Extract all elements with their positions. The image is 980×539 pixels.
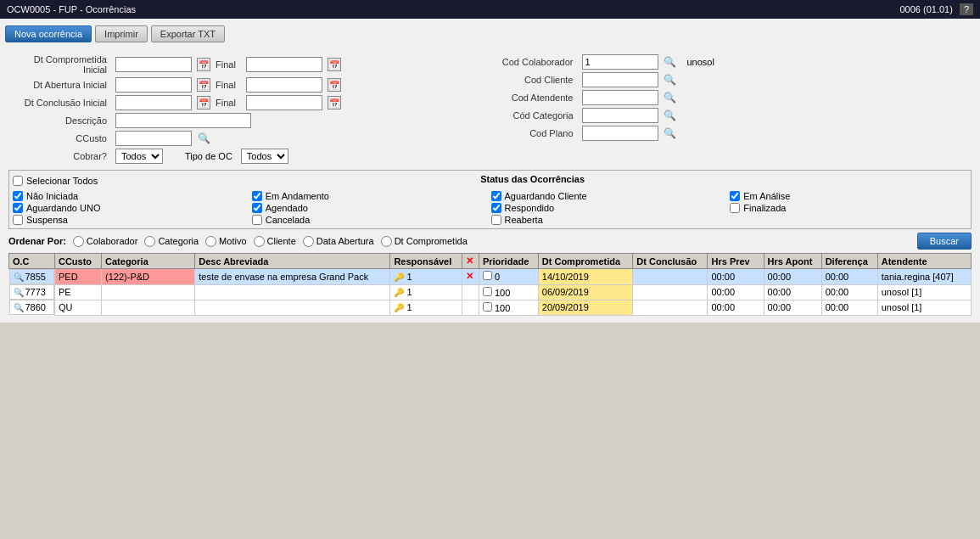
cell-responsavel: 🔑 1 [390, 300, 462, 315]
ccusto-input[interactable] [115, 131, 192, 146]
dt-conclusao-inicial-input[interactable] [115, 95, 192, 110]
status-suspensa: Suspensa [13, 215, 250, 225]
ordenar-por-label: Ordenar Por: [8, 236, 66, 246]
cod-atendente-input[interactable] [582, 90, 658, 105]
order-row: Ordenar Por: Colaborador Categoria Motiv… [8, 233, 972, 250]
table-header-row: O.C CCusto Categoria Desc Abreviada Resp… [9, 254, 972, 269]
dt-comprometida-final-input[interactable] [246, 57, 322, 72]
help-icon[interactable]: ? [960, 3, 973, 15]
status-finalizada: Finalizada [730, 203, 967, 213]
cell-diferenca: 00:00 [821, 284, 877, 300]
row-search-icon[interactable]: 🔍 [14, 303, 24, 312]
status-aguardando-cliente-label: Aguardando Cliente [505, 191, 587, 201]
dt-comprometida-inicial-cal-icon[interactable]: 📅 [197, 58, 210, 71]
cell-diferenca: 00:00 [821, 300, 877, 315]
nova-ocorrencia-button[interactable]: Nova ocorrência [5, 25, 92, 42]
cod-colaborador-search-icon[interactable]: 🔍 [664, 55, 677, 69]
status-agendado-checkbox[interactable] [252, 203, 262, 213]
status-respondido-checkbox[interactable] [491, 203, 501, 213]
cell-ccusto: PED [54, 269, 101, 285]
dt-abertura-final-cal-icon[interactable]: 📅 [328, 78, 341, 92]
status-cancelada-label: Cancelada [266, 215, 311, 225]
status-section: Selecionar Todos Status das Ocorrências … [8, 170, 972, 229]
imprimir-button[interactable]: Imprimir [95, 25, 148, 42]
dt-conclusao-label: Dt Conclusão Inicial [8, 98, 110, 108]
status-suspensa-checkbox[interactable] [13, 215, 23, 225]
status-finalizada-label: Finalizada [743, 203, 786, 213]
cell-oc-value: 7860 [25, 302, 46, 312]
radio-colaborador[interactable]: Colaborador [73, 236, 138, 247]
selecionar-todos-checkbox[interactable] [13, 176, 23, 186]
cell-desc [195, 284, 390, 300]
status-reaberta-checkbox[interactable] [491, 215, 501, 225]
cod-cliente-input[interactable] [582, 72, 658, 87]
dt-abertura-final-input[interactable] [246, 77, 322, 93]
status-nao-iniciada-label: Não Iniciada [26, 191, 78, 201]
cell-oc: 🔍 7860 [9, 300, 54, 315]
ccusto-search-icon[interactable]: 🔍 [197, 132, 210, 145]
dt-comprometida-inicial-input[interactable] [115, 57, 192, 72]
cell-x [462, 300, 479, 315]
status-respondido-label: Respondido [505, 203, 555, 213]
cell-atendente: unosol [1] [877, 300, 971, 315]
cell-hrs-apont: 00:00 [764, 269, 821, 285]
colaborador-name: unosol [687, 57, 714, 67]
tipo-oc-select[interactable]: Todos [241, 149, 288, 164]
row-search-icon[interactable]: 🔍 [14, 272, 24, 282]
status-nao-iniciada-checkbox[interactable] [13, 191, 23, 201]
cell-oc-value: 7773 [25, 287, 46, 297]
status-em-andamento-checkbox[interactable] [252, 191, 262, 201]
cell-hrs-prev: 00:00 [708, 300, 764, 315]
dt-comprometida-final-cal-icon[interactable]: 📅 [328, 58, 341, 71]
cell-dt-comprometida: 20/09/2019 [538, 300, 633, 315]
buscar-button[interactable]: Buscar [917, 233, 972, 250]
cod-categoria-search-icon[interactable]: 🔍 [664, 109, 677, 122]
dt-conclusao-final-input[interactable] [246, 95, 322, 110]
cell-oc-value: 7855 [25, 272, 46, 282]
cobrar-select[interactable]: Todos Sim Não [115, 149, 163, 164]
dt-abertura-inicial-cal-icon[interactable]: 📅 [197, 78, 210, 92]
radio-motivo[interactable]: Motivo [205, 236, 246, 247]
descricao-input[interactable] [115, 113, 251, 128]
status-respondido: Respondido [491, 203, 729, 213]
status-agendado: Agendado [252, 203, 490, 213]
cod-categoria-input[interactable] [582, 108, 658, 123]
cobrar-label: Cobrar? [8, 151, 110, 161]
results-table-section: O.C CCusto Categoria Desc Abreviada Resp… [8, 253, 972, 316]
cod-atendente-search-icon[interactable]: 🔍 [664, 91, 677, 104]
cell-atendente: tania.regina [407] [877, 269, 971, 285]
radio-categoria[interactable]: Categoria [144, 236, 199, 247]
exportar-txt-button[interactable]: Exportar TXT [151, 25, 225, 42]
selecionar-todos-label: Selecionar Todos [26, 176, 98, 186]
cod-colaborador-input[interactable] [582, 54, 658, 70]
dt-comprometida-label: Dt Comprometida Inicial [8, 54, 110, 75]
table-row[interactable]: 🔍 7860 QU 🔑 1 100 20/09/2019 00:00 00:00 [9, 300, 972, 315]
cell-prioridade: 100 [479, 300, 538, 315]
cell-dt-comprometida: 14/10/2019 [538, 269, 633, 285]
cell-oc: 🔍 7855 [9, 269, 54, 284]
status-finalizada-checkbox[interactable] [730, 203, 740, 213]
cod-plano-input[interactable] [582, 126, 658, 141]
cod-plano-search-icon[interactable]: 🔍 [664, 126, 677, 140]
dt-conclusao-inicial-cal-icon[interactable]: 📅 [197, 96, 210, 109]
th-hrs-apont: Hrs Apont [764, 254, 821, 269]
row-search-icon[interactable]: 🔍 [14, 288, 24, 297]
table-row[interactable]: 🔍 7773 PE 🔑 1 100 06/09/2019 00:00 00:00 [9, 284, 972, 300]
radio-cliente[interactable]: Cliente [254, 236, 296, 247]
cod-colaborador-label: Cod Colaborador [492, 57, 577, 67]
table-row[interactable]: 🔍 7855 PED (122)-P&D teste de envase na … [9, 269, 972, 285]
radio-data-abertura[interactable]: Data Abertura [303, 236, 374, 247]
th-atendente: Atendente [877, 254, 971, 269]
status-em-analise-checkbox[interactable] [730, 191, 740, 201]
dt-conclusao-final-cal-icon[interactable]: 📅 [328, 96, 341, 109]
dt-abertura-inicial-input[interactable] [115, 77, 192, 93]
status-cancelada-checkbox[interactable] [252, 215, 262, 225]
radio-dt-comprometida[interactable]: Dt Comprometida [381, 236, 468, 247]
th-dt-comprometida: Dt Comprometida [538, 254, 633, 269]
status-aguardando-cliente-checkbox[interactable] [491, 191, 501, 201]
cod-cliente-search-icon[interactable]: 🔍 [664, 73, 677, 87]
status-aguardando-uno-checkbox[interactable] [13, 203, 23, 213]
th-hrs-prev: Hrs Prev [708, 254, 764, 269]
cell-hrs-apont: 00:00 [764, 300, 821, 315]
final-label-2: Final [216, 80, 241, 90]
